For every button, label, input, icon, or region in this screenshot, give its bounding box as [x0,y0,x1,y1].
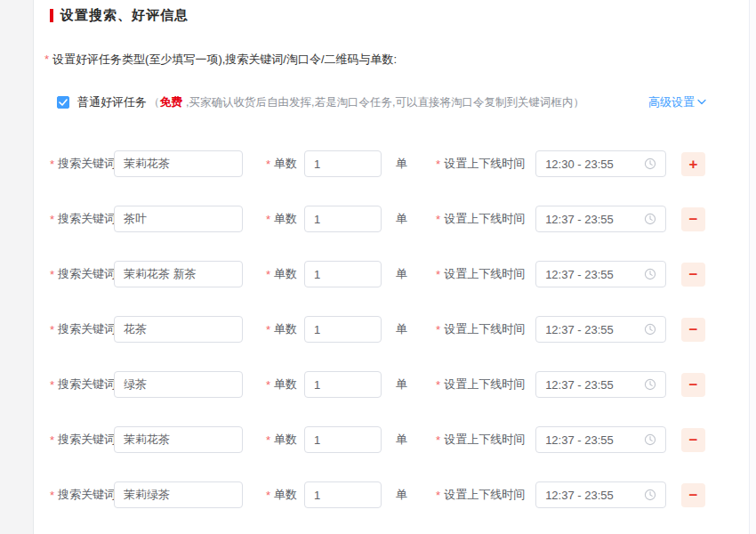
keyword-input[interactable] [114,371,243,398]
remove-row-button[interactable]: − [681,318,705,342]
advanced-settings-label: 高级设置 [648,94,695,110]
add-row-button[interactable]: + [681,152,705,176]
time-range-input[interactable]: 12:37 - 23:55 [535,481,666,508]
count-label-text: 单数 [274,211,297,227]
page-right-margin [749,0,756,534]
count-input[interactable] [304,150,382,177]
count-label: * 单数 [266,321,297,337]
keyword-label: * 搜索关键词 [50,156,114,172]
time-range-input[interactable]: 12:37 - 23:55 [535,206,666,232]
required-asterisk: * [50,378,54,392]
time-range-input[interactable]: 12:37 - 23:55 [535,261,666,287]
time-label-text: 设置上下线时间 [444,211,525,227]
time-label-text: 设置上下线时间 [444,321,525,337]
remove-row-button[interactable]: − [681,263,705,287]
keyword-label: * 搜索关键词 [50,432,114,448]
time-label-text: 设置上下线时间 [444,487,525,503]
unit-label: 单 [396,432,407,448]
keyword-input[interactable] [114,481,243,508]
remove-row-button[interactable]: − [681,207,705,231]
keyword-input[interactable] [114,206,243,232]
time-label: * 设置上下线时间 [436,432,525,448]
keyword-label: * 搜索关键词 [50,321,114,337]
time-label: * 设置上下线时间 [436,376,525,392]
unit-label: 单 [396,376,407,392]
section-title: 设置搜索、好评信息 [60,7,189,24]
keyword-input[interactable] [114,316,243,343]
keyword-label-text: 搜索关键词 [58,156,116,172]
count-input[interactable] [304,261,382,287]
task-rows: * 搜索关键词 * 单数 单 * 设置上下线时间 12:30 - 23:55 +… [35,150,749,508]
section-header: 设置搜索、好评信息 [50,7,749,23]
task-row: * 搜索关键词 * 单数 单 * 设置上下线时间 12:37 - 23:55 − [35,206,749,232]
required-asterisk: * [50,489,54,502]
count-input[interactable] [304,206,382,232]
unit-label: 单 [396,487,407,503]
unit-label: 单 [396,211,407,227]
task-row: * 搜索关键词 * 单数 单 * 设置上下线时间 12:30 - 23:55 + [35,150,749,177]
required-asterisk: * [44,53,49,66]
remove-row-button[interactable]: − [681,428,705,452]
required-asterisk: * [436,323,440,336]
keyword-label: * 搜索关键词 [50,376,114,392]
count-input[interactable] [304,481,382,508]
count-input[interactable] [304,426,382,453]
required-asterisk: * [50,158,54,171]
hint-rest: ,买家确认收货后自由发挥,若是淘口令任务,可以直接将淘口令复制到关键词框内） [183,96,584,109]
time-range-input[interactable]: 12:37 - 23:55 [535,316,666,343]
advanced-settings-link[interactable]: 高级设置 [648,94,706,110]
count-input[interactable] [304,371,382,398]
keyword-input[interactable] [114,261,243,287]
remove-row-button[interactable]: − [681,373,705,397]
keyword-label-text: 搜索关键词 [58,266,116,282]
unit-label: 单 [396,266,407,282]
keyword-input[interactable] [114,426,243,453]
time-range-value: 12:37 - 23:55 [545,378,614,392]
clock-icon [644,268,656,280]
remove-row-button[interactable]: − [681,483,705,507]
task-row: * 搜索关键词 * 单数 单 * 设置上下线时间 12:37 - 23:55 − [35,261,749,287]
time-label-text: 设置上下线时间 [444,376,525,392]
task-row: * 搜索关键词 * 单数 单 * 设置上下线时间 12:37 - 23:55 − [35,426,749,453]
count-input[interactable] [304,316,382,343]
keyword-label-text: 搜索关键词 [58,487,116,503]
task-row: * 搜索关键词 * 单数 单 * 设置上下线时间 12:37 - 23:55 − [35,316,749,343]
time-range-value: 12:37 - 23:55 [545,433,614,447]
time-range-input[interactable]: 12:37 - 23:55 [535,426,666,453]
count-label: * 单数 [266,211,297,227]
requirement-note-text: 设置好评任务类型(至少填写一项),搜索关键词/淘口令/二维码与单数: [52,52,397,68]
count-label-text: 单数 [274,321,297,337]
keyword-input[interactable] [114,150,243,177]
time-label: * 设置上下线时间 [436,211,525,227]
required-asterisk: * [266,433,270,447]
required-asterisk: * [50,213,54,226]
task-type-row: 普通好评任务 （免费 ,买家确认收货后自由发挥,若是淘口令任务,可以直接将淘口令… [57,93,706,110]
task-row: * 搜索关键词 * 单数 单 * 设置上下线时间 12:37 - 23:55 − [35,371,749,398]
required-asterisk: * [436,268,440,281]
required-asterisk: * [436,433,440,447]
required-asterisk: * [266,378,270,392]
time-range-input[interactable]: 12:37 - 23:55 [535,371,666,398]
required-asterisk: * [266,158,270,171]
count-label: * 单数 [266,266,297,282]
count-label-text: 单数 [274,156,297,172]
time-label-text: 设置上下线时间 [444,156,525,172]
required-asterisk: * [50,268,54,281]
task-row: * 搜索关键词 * 单数 单 * 设置上下线时间 12:37 - 23:55 − [35,481,749,508]
time-range-value: 12:37 - 23:55 [545,489,614,502]
unit-label: 单 [396,321,407,337]
unit-label: 单 [396,156,407,172]
task-type-checkbox[interactable] [57,96,69,109]
time-label-text: 设置上下线时间 [444,266,525,282]
required-asterisk: * [266,323,270,336]
time-range-value: 12:30 - 23:55 [545,158,614,171]
time-range-input[interactable]: 12:30 - 23:55 [535,150,666,177]
count-label: * 单数 [266,487,297,503]
settings-panel: 设置搜索、好评信息 * 设置好评任务类型(至少填写一项),搜索关键词/淘口令/二… [35,0,749,534]
task-type-hint: （免费 ,买家确认收货后自由发挥,若是淘口令任务,可以直接将淘口令复制到关键词框… [149,94,584,110]
clock-icon [644,378,656,391]
time-label: * 设置上下线时间 [436,487,525,503]
required-asterisk: * [436,489,440,502]
time-label: * 设置上下线时间 [436,156,525,172]
keyword-label-text: 搜索关键词 [58,376,116,392]
